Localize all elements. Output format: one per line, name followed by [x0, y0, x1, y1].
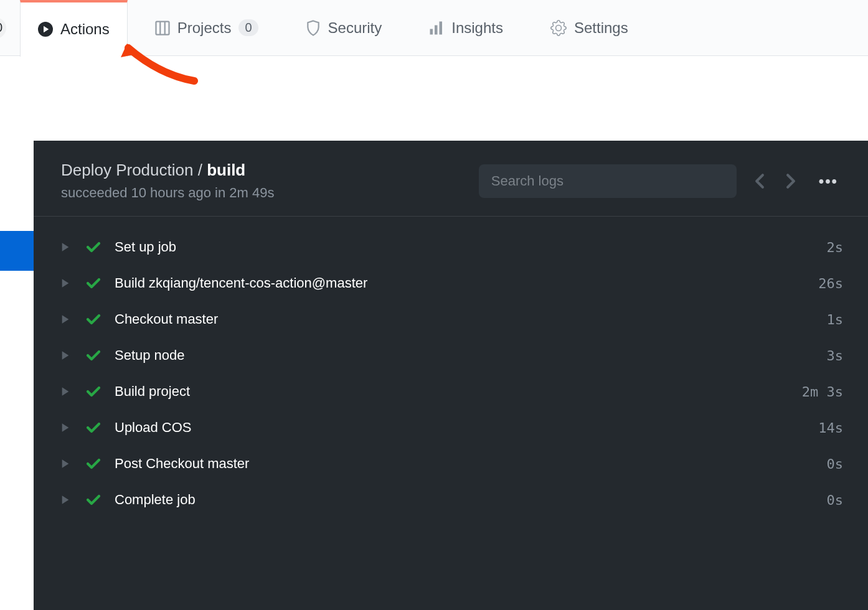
log-panel: Deploy Production / build succeeded 10 h… [34, 141, 868, 610]
expand-chevron-icon [61, 459, 76, 469]
log-step-row[interactable]: Build zkqiang/tencent-cos-action@master … [61, 265, 843, 301]
log-subtitle: succeeded 10 hours ago in 2m 49s [61, 185, 274, 201]
success-check-icon [86, 494, 103, 506]
prev-button[interactable] [752, 171, 768, 192]
log-title-prefix: Deploy Production / [61, 161, 207, 179]
log-step-row[interactable]: Complete job 0s [61, 482, 843, 518]
tab-insights[interactable]: Insights [412, 0, 521, 56]
step-name: Build project [115, 383, 802, 400]
nav-edge-count: 0 [0, 21, 2, 35]
annotation-arrow [116, 39, 203, 88]
log-header: Deploy Production / build succeeded 10 h… [34, 141, 868, 217]
project-board-icon [155, 21, 170, 35]
shield-icon [306, 20, 321, 36]
expand-chevron-icon [61, 350, 76, 360]
tab-label: Insights [451, 19, 503, 37]
log-step-row[interactable]: Build project 2m 3s [61, 373, 843, 410]
nav-edge-badge: 0 [0, 17, 6, 39]
log-step-row[interactable]: Setup node 3s [61, 337, 843, 373]
expand-chevron-icon [61, 423, 76, 433]
svg-rect-5 [435, 25, 438, 34]
step-name: Setup node [115, 347, 827, 364]
expand-chevron-icon [61, 387, 76, 396]
expand-chevron-icon [61, 314, 76, 324]
tab-label: Security [328, 19, 382, 37]
success-check-icon [86, 458, 103, 470]
step-duration: 14s [818, 420, 843, 436]
tab-label: Actions [60, 21, 110, 38]
projects-count-badge: 0 [238, 19, 258, 36]
log-title: Deploy Production / build [61, 161, 274, 180]
step-duration: 3s [827, 348, 844, 364]
success-check-icon [86, 349, 103, 362]
sidebar-active-indicator [0, 231, 34, 271]
tab-security[interactable]: Security [288, 0, 400, 56]
step-name: Complete job [115, 492, 827, 508]
gear-icon [550, 20, 567, 36]
svg-rect-4 [430, 29, 433, 34]
svg-rect-6 [440, 21, 443, 34]
success-check-icon [86, 313, 103, 326]
tab-label: Projects [177, 19, 232, 37]
step-duration: 26s [818, 276, 843, 291]
log-step-row[interactable]: Checkout master 1s [61, 301, 843, 337]
step-duration: 0s [827, 492, 844, 508]
expand-chevron-icon [61, 495, 76, 505]
tab-actions[interactable]: Actions [20, 0, 128, 57]
step-name: Set up job [115, 239, 827, 255]
expand-chevron-icon [61, 242, 76, 252]
more-menu-button[interactable]: ••• [814, 172, 843, 190]
step-duration: 2m 3s [802, 384, 843, 400]
svg-rect-1 [156, 21, 169, 34]
tab-label: Settings [574, 19, 628, 37]
log-step-row[interactable]: Post Checkout master 0s [61, 446, 843, 482]
log-header-titles: Deploy Production / build succeeded 10 h… [61, 161, 274, 201]
step-name: Post Checkout master [115, 456, 827, 472]
expand-chevron-icon [61, 278, 76, 288]
success-check-icon [86, 421, 103, 434]
search-logs-input[interactable] [479, 164, 737, 198]
step-duration: 1s [827, 312, 844, 327]
log-header-controls: ••• [479, 164, 843, 198]
log-step-row[interactable]: Upload COS 14s [61, 410, 843, 446]
tab-settings[interactable]: Settings [533, 0, 646, 56]
play-circle-icon [38, 22, 53, 37]
log-title-job: build [207, 161, 245, 179]
step-duration: 0s [827, 456, 844, 472]
step-duration: 2s [827, 240, 844, 255]
success-check-icon [86, 385, 103, 398]
log-steps-list: Set up job 2s Build zkqiang/tencent-cos-… [34, 217, 868, 530]
next-button[interactable] [783, 171, 799, 192]
step-name: Checkout master [115, 311, 827, 327]
step-name: Build zkqiang/tencent-cos-action@master [115, 275, 818, 291]
success-check-icon [86, 277, 103, 289]
log-step-row[interactable]: Set up job 2s [61, 229, 843, 265]
success-check-icon [86, 241, 103, 253]
graph-icon [429, 21, 444, 35]
step-name: Upload COS [115, 420, 818, 436]
